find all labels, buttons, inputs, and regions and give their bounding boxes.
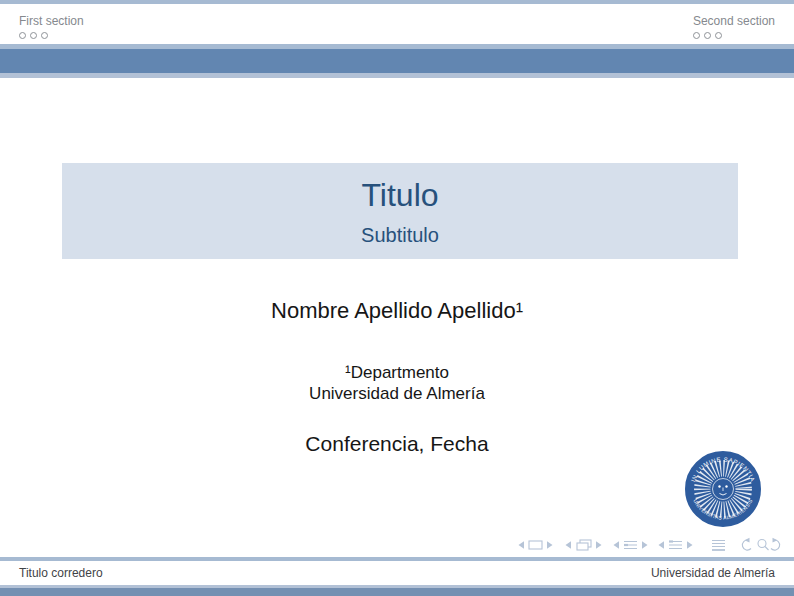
header-section-first[interactable]: First section (19, 13, 84, 40)
frame-dots-second (693, 32, 775, 40)
sun-face-icon (713, 479, 734, 500)
institute-department: ¹Departmento (0, 362, 794, 383)
section-icon[interactable] (669, 542, 682, 549)
frame-dot[interactable] (41, 32, 48, 39)
author-name: Nombre Apellido Apellido¹ (0, 296, 794, 326)
institute-block: ¹Departmento Universidad de Almería (0, 362, 794, 404)
next-subsection-icon[interactable] (642, 541, 648, 549)
university-seal-logo: IN LUMINE SAPIENTIA UNIVERSITAS ALMERIEN… (685, 451, 761, 527)
conference-date: Conferencia, Fecha (0, 431, 794, 457)
find-icon[interactable] (758, 540, 769, 551)
slide-subtitle: Subtitulo (62, 222, 738, 248)
section-label[interactable]: First section (19, 13, 84, 29)
prev-slide-icon[interactable] (519, 541, 525, 549)
frame-dot[interactable] (715, 32, 722, 39)
title-box: Titulo Subtitulo (62, 163, 738, 259)
top-strip (0, 0, 794, 4)
institute-university: Universidad de Almería (0, 383, 794, 404)
section-label[interactable]: Second section (693, 13, 775, 29)
presentation-end-icon[interactable] (712, 541, 725, 551)
slide-title: Titulo (62, 175, 738, 215)
prev-section-icon[interactable] (659, 541, 665, 549)
beamer-navigation-bar (517, 537, 781, 553)
bottom-blue-bar (0, 588, 794, 596)
footer-bar: Titulo corredero Universidad de Almería (0, 561, 794, 585)
subsection-icon[interactable] (624, 542, 637, 549)
header-section-second[interactable]: Second section (693, 13, 775, 40)
footer-running-title: Titulo corredero (19, 566, 103, 580)
back-icon[interactable] (742, 538, 751, 550)
header-separator-2 (0, 73, 794, 78)
footer-institution: Universidad de Almería (651, 566, 775, 580)
header-blue-bar (0, 49, 794, 73)
frame-dot[interactable] (704, 32, 711, 39)
frame-dot[interactable] (693, 32, 700, 39)
forward-icon[interactable] (771, 538, 780, 550)
prev-subsection-icon[interactable] (614, 541, 620, 549)
frame-dots-first (19, 32, 84, 40)
next-section-icon[interactable] (687, 541, 693, 549)
frame-dot[interactable] (19, 32, 26, 39)
frame-dot[interactable] (30, 32, 37, 39)
frame-icon[interactable] (577, 540, 591, 550)
next-slide-icon[interactable] (547, 541, 553, 549)
prev-frame-icon[interactable] (566, 541, 572, 549)
next-frame-icon[interactable] (596, 541, 602, 549)
slide-icon[interactable] (529, 541, 542, 549)
beamer-slide: First section Second section Titulo Subt… (0, 0, 794, 596)
